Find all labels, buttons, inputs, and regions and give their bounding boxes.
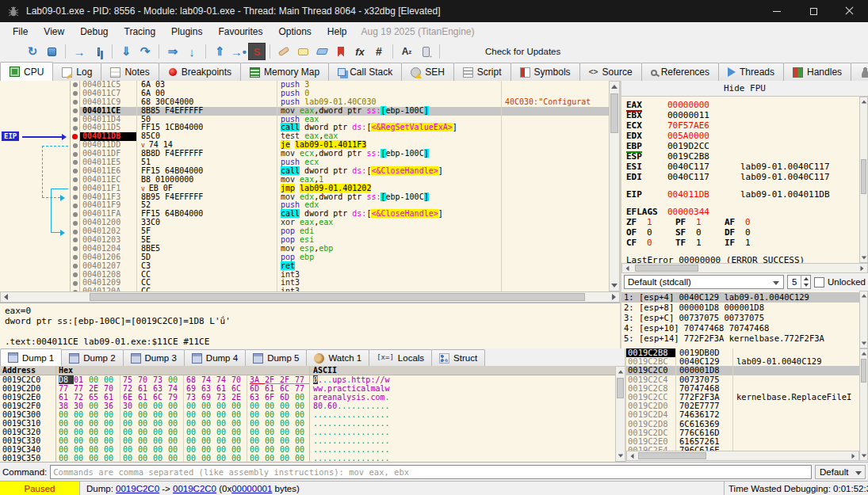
dump-byte[interactable]: 38 — [59, 402, 74, 410]
argument-row[interactable]: 5: [esp+14] 772F2F3A kernelbase.772F2F3A — [621, 333, 859, 344]
dump-byte[interactable]: 00 — [138, 454, 153, 462]
dump-byte[interactable]: 6C — [153, 393, 168, 402]
dump-byte[interactable]: 00 — [265, 402, 280, 410]
flag-value[interactable]: 0 — [745, 217, 774, 227]
dump-row[interactable]: 0019C31000000000000000000000000000000000… — [0, 419, 615, 428]
dump-byte[interactable]: 00 — [59, 454, 74, 462]
menu-debug[interactable]: Debug — [72, 23, 116, 40]
dump-byte[interactable]: 00 — [265, 445, 280, 454]
bookmark-icon[interactable] — [331, 43, 350, 60]
dump-byte[interactable]: 00 — [89, 419, 104, 428]
argument-row[interactable]: 3: [esp+C] 00737075 00737075 — [621, 313, 859, 323]
dump-byte[interactable]: 00 — [231, 428, 247, 436]
dump-byte[interactable]: 63 — [201, 384, 216, 393]
tab-tr[interactable]: Tr — [851, 63, 868, 81]
dump-byte[interactable]: 00 — [201, 402, 216, 410]
dump-row[interactable]: 0019C2C0D801000075707300687474703A2F2F77… — [0, 375, 615, 384]
dump-byte[interactable]: 00 — [250, 428, 265, 436]
dump-byte[interactable]: 00 — [186, 436, 201, 445]
assemble-icon[interactable]: Az — [397, 43, 416, 60]
dump-byte[interactable]: 00 — [153, 428, 168, 436]
disasm-row[interactable]: 00401207C3ret — [0, 262, 609, 271]
register-value[interactable]: 00000344 — [667, 207, 740, 217]
menu-view[interactable]: View — [36, 23, 72, 40]
stack-row[interactable]: 0019C2D86C616369 — [626, 420, 859, 428]
breakpoint-dot[interactable] — [70, 219, 80, 227]
dump-byte[interactable]: 00 — [250, 410, 265, 419]
disassembly-pane[interactable]: EIP004011C56A 03push 3004011C76A 00push … — [0, 81, 609, 291]
dump-byte[interactable]: 6D — [250, 384, 265, 393]
maximize-button[interactable] — [795, 0, 832, 22]
tab-threads[interactable]: Threads — [718, 63, 784, 81]
spin-down-icon[interactable] — [801, 282, 810, 288]
register-value[interactable]: 0019D2CC — [667, 141, 740, 151]
menu-tracing[interactable]: Tracing — [117, 23, 164, 40]
argument-row[interactable]: 1: [esp+4] 0040C129 lab09-01.0040C129 — [621, 292, 859, 303]
dump-byte[interactable]: 00 — [295, 419, 310, 428]
tab-dump-1[interactable]: Dump 1 — [0, 348, 62, 366]
breakpoint-dot[interactable] — [70, 185, 80, 193]
dump-byte[interactable]: 00 — [59, 445, 74, 454]
breakpoint-dot[interactable] — [70, 253, 80, 262]
dump-byte[interactable]: 69 — [201, 393, 216, 402]
breakpoint-dot[interactable] — [70, 132, 80, 141]
dump-byte[interactable]: 00 — [216, 428, 231, 436]
dump-byte[interactable]: 00 — [231, 445, 247, 454]
dump-byte[interactable]: 00 — [201, 436, 216, 445]
calling-convention-select[interactable]: Default (stdcall) — [624, 275, 784, 289]
register-row[interactable]: ECX70F57AE6 — [626, 120, 859, 131]
dump-byte[interactable]: 00 — [280, 419, 295, 428]
dump-size-link[interactable]: 00000001 — [231, 484, 272, 493]
dump-row[interactable]: 0019C2F038300036300000000000000000000000… — [0, 402, 615, 410]
dump-byte[interactable]: 00 — [216, 410, 231, 419]
attach-icon[interactable] — [416, 43, 435, 60]
menu-help[interactable]: Help — [319, 23, 355, 40]
dump-byte[interactable]: D8 — [59, 375, 74, 384]
arg-count-stepper[interactable]: 5 — [787, 275, 811, 289]
dump-byte[interactable]: 00 — [104, 454, 119, 462]
run-to-icon[interactable]: ⇒ — [163, 43, 182, 60]
dump-byte[interactable]: 6C — [280, 384, 295, 393]
step-down-icon[interactable]: ↓ — [182, 43, 201, 60]
dump-byte[interactable]: 00 — [123, 454, 138, 462]
dump-byte[interactable]: 00 — [89, 402, 104, 410]
flag-value[interactable]: 0 — [647, 227, 675, 238]
command-input[interactable] — [50, 465, 812, 479]
dump-byte[interactable]: 6F — [265, 393, 280, 402]
dump-row[interactable]: 0019C34000000000000000000000000000000000… — [0, 445, 615, 454]
dump-byte[interactable]: 00 — [250, 436, 265, 445]
pause-icon[interactable] — [89, 43, 108, 60]
comment-icon[interactable] — [293, 43, 312, 60]
dump-byte[interactable]: 00 — [295, 402, 310, 410]
dump-byte[interactable]: 00 — [280, 436, 295, 445]
dump-byte[interactable]: 00 — [280, 428, 295, 436]
dump-byte[interactable]: 00 — [74, 410, 89, 419]
flag-value[interactable]: 1 — [696, 238, 725, 248]
dump-byte[interactable]: 00 — [123, 436, 138, 445]
breakpoint-dot[interactable] — [70, 158, 80, 167]
patch-icon[interactable] — [274, 43, 293, 60]
dump-byte[interactable]: 00 — [250, 454, 265, 462]
dump-byte[interactable]: 00 — [59, 410, 74, 419]
dump-byte[interactable]: 00 — [216, 445, 231, 454]
dump-byte[interactable]: 00 — [89, 410, 104, 419]
dump-row[interactable]: 0019C2E0617265616E616C797369732E636F6D00… — [0, 393, 615, 402]
breakpoint-dot[interactable] — [70, 167, 80, 176]
register-row[interactable]: EDI0040C117lab09-01.0040C117 — [626, 172, 859, 182]
fx-icon[interactable]: fx — [350, 43, 369, 60]
dump-byte[interactable]: 61 — [216, 384, 231, 393]
dump-byte[interactable]: 00 — [104, 410, 119, 419]
dump-byte[interactable]: 00 — [59, 419, 74, 428]
dump-byte[interactable]: 69 — [186, 384, 201, 393]
dump-byte[interactable]: 00 — [186, 410, 201, 419]
stop-icon[interactable] — [42, 43, 61, 60]
dump-byte[interactable]: 61 — [59, 393, 74, 402]
dump-byte[interactable]: 00 — [123, 419, 138, 428]
updates-globe-icon[interactable] — [463, 43, 482, 60]
dump-byte[interactable]: 00 — [265, 410, 280, 419]
dump-byte[interactable]: 2F — [265, 375, 280, 384]
spin-up-icon[interactable] — [801, 276, 810, 282]
breakpoint-dot[interactable] — [70, 262, 80, 271]
dump-byte[interactable]: 00 — [89, 428, 104, 436]
dump-byte[interactable]: 00 — [250, 419, 265, 428]
